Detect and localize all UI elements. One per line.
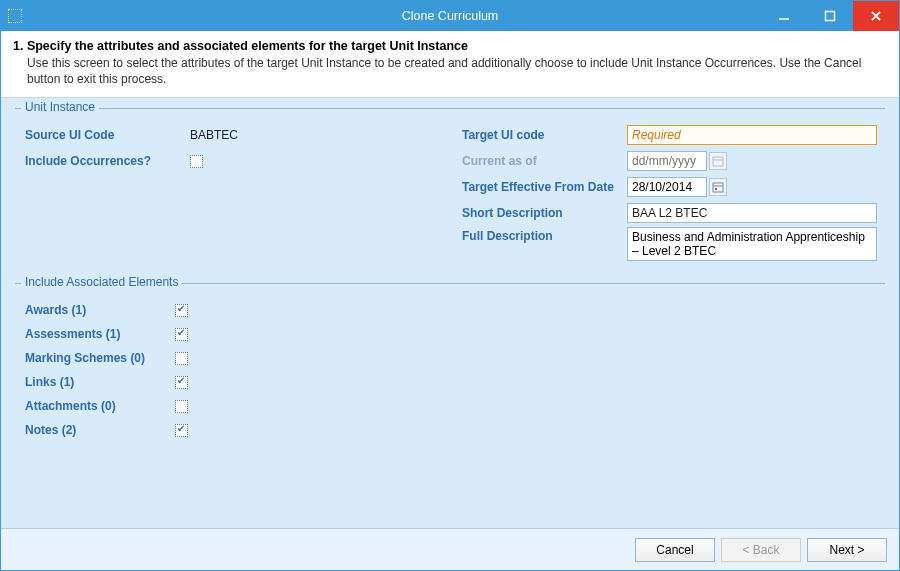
current-as-of-input[interactable] xyxy=(627,151,707,171)
maximize-button[interactable] xyxy=(807,1,853,31)
svg-rect-6 xyxy=(713,183,723,192)
element-row-marking-schemes: Marking Schemes (0) xyxy=(25,346,879,370)
elements-list: Awards (1) Assessments (1) Marking Schem… xyxy=(15,284,885,448)
wizard-footer: Cancel < Back Next > xyxy=(1,528,899,570)
cancel-button[interactable]: Cancel xyxy=(635,538,715,562)
element-row-awards: Awards (1) xyxy=(25,298,879,322)
current-as-of-label: Current as of xyxy=(462,154,627,168)
titlebar: Clone Curriculum xyxy=(1,1,899,31)
short-desc-input[interactable] xyxy=(627,203,877,223)
wizard-header: 1. Specify the attributes and associated… xyxy=(1,31,899,98)
calendar-icon[interactable] xyxy=(709,178,727,196)
element-label: Assessments (1) xyxy=(25,327,175,341)
element-label: Notes (2) xyxy=(25,423,175,437)
content-area: Unit Instance Source UI Code BABTEC Incl… xyxy=(1,98,899,528)
dialog-window: Clone Curriculum 1. Specify the attribut… xyxy=(0,0,900,571)
element-row-assessments: Assessments (1) xyxy=(25,322,879,346)
group-legend: Unit Instance xyxy=(21,100,99,114)
element-checkbox[interactable] xyxy=(175,400,188,413)
back-button: < Back xyxy=(721,538,801,562)
wizard-step-title: 1. Specify the attributes and associated… xyxy=(13,39,887,53)
source-ui-code-value: BABTEC xyxy=(190,128,238,142)
element-checkbox[interactable] xyxy=(175,376,188,389)
wizard-step-subtitle: Use this screen to select the attributes… xyxy=(27,55,887,87)
group-unit-instance: Unit Instance Source UI Code BABTEC Incl… xyxy=(15,108,885,269)
source-ui-code-label: Source UI Code xyxy=(25,128,190,142)
element-label: Attachments (0) xyxy=(25,399,175,413)
svg-rect-8 xyxy=(715,188,717,190)
group-legend: Include Associated Elements xyxy=(21,275,182,289)
calendar-icon xyxy=(709,152,727,170)
target-eff-from-label: Target Effective From Date xyxy=(462,180,627,194)
element-checkbox[interactable] xyxy=(175,424,188,437)
svg-rect-1 xyxy=(826,12,835,21)
element-label: Links (1) xyxy=(25,375,175,389)
element-label: Awards (1) xyxy=(25,303,175,317)
element-row-links: Links (1) xyxy=(25,370,879,394)
group-include-elements: Include Associated Elements Awards (1) A… xyxy=(15,283,885,448)
element-row-notes: Notes (2) xyxy=(25,418,879,442)
target-ui-code-label: Target UI code xyxy=(462,128,627,142)
col-target: Target UI code Current as of xyxy=(462,123,879,263)
element-checkbox[interactable] xyxy=(175,304,188,317)
element-checkbox[interactable] xyxy=(175,328,188,341)
close-button[interactable] xyxy=(853,1,899,31)
minimize-button[interactable] xyxy=(761,1,807,31)
target-ui-code-input[interactable] xyxy=(627,125,877,145)
element-row-attachments: Attachments (0) xyxy=(25,394,879,418)
app-icon xyxy=(1,1,29,31)
svg-rect-4 xyxy=(713,157,723,166)
target-eff-from-input[interactable] xyxy=(627,177,707,197)
element-checkbox[interactable] xyxy=(175,352,188,365)
col-source: Source UI Code BABTEC Include Occurrence… xyxy=(25,123,442,263)
full-desc-input[interactable] xyxy=(627,227,877,261)
element-label: Marking Schemes (0) xyxy=(25,351,175,365)
include-occurrences-checkbox[interactable] xyxy=(190,155,203,168)
next-button[interactable]: Next > xyxy=(807,538,887,562)
full-desc-label: Full Description xyxy=(462,227,627,243)
include-occurrences-label: Include Occurrences? xyxy=(25,154,190,168)
window-title: Clone Curriculum xyxy=(402,9,499,23)
short-desc-label: Short Description xyxy=(462,206,627,220)
window-controls xyxy=(761,1,899,31)
